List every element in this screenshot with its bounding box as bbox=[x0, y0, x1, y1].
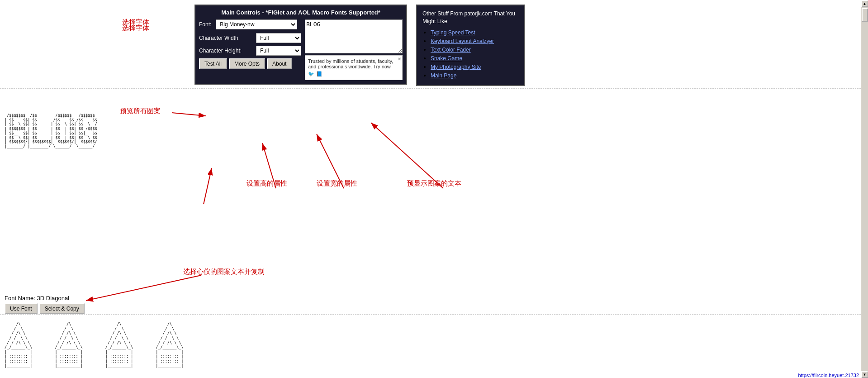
other-stuff-link-1[interactable]: Typing Speed Test bbox=[431, 29, 475, 36]
test-all-button[interactable]: Test All bbox=[199, 58, 227, 69]
annotation-height-prop: 设置高的属性 bbox=[247, 179, 287, 188]
other-stuff-list: Typing Speed Test Keyboard Layout Analzy… bbox=[422, 29, 518, 79]
char-height-row: Character Height: Full Fitted Smush bbox=[199, 46, 301, 56]
char-height-label: Character Height: bbox=[199, 48, 253, 54]
char-width-row: Character Width: Full Fitted Smush bbox=[199, 33, 301, 43]
other-stuff-link-3[interactable]: Text Color Fader bbox=[431, 47, 471, 53]
other-stuff-panel: Other Stuff From patorjk.com That You Mi… bbox=[416, 5, 525, 86]
annotation-select-copy: 选择心仪的图案文本并复制 bbox=[183, 268, 265, 276]
ad-close-icon[interactable]: ✕ bbox=[398, 57, 401, 62]
svg-line-6 bbox=[86, 275, 201, 301]
ascii-triangle-4: /\ / \ / /\ \ / / \ \ / / /\ \ \ /_/____… bbox=[156, 322, 183, 368]
svg-line-1 bbox=[172, 113, 206, 116]
text-input[interactable]: BLOG bbox=[305, 19, 403, 53]
svg-line-5 bbox=[371, 123, 443, 188]
more-opts-button[interactable]: More Opts bbox=[229, 58, 265, 69]
main-controls-panel: Main Controls - *FIGlet and AOL Macro Fo… bbox=[194, 5, 407, 85]
scrollbar[interactable]: ▲ ▼ bbox=[861, 0, 868, 378]
ascii-triangle-1: /\ / \ / /\ \ / / \ \ / / /\ \ \ /_/____… bbox=[5, 322, 32, 368]
char-width-select[interactable]: Full Fitted Smush bbox=[256, 33, 301, 43]
controls-body: Font: Big Money-nw Character Width: Full… bbox=[199, 19, 403, 80]
controls-left: Font: Big Money-nw Character Width: Full… bbox=[199, 19, 301, 80]
font-row: Font: Big Money-nw bbox=[199, 19, 301, 29]
annotation-width-prop: 设置宽的属性 bbox=[317, 179, 357, 188]
url-bar: https://flircoin.heyuet.21732 bbox=[798, 373, 859, 378]
font-label: Font: bbox=[199, 21, 211, 28]
char-height-select[interactable]: Full Fitted Smush bbox=[256, 46, 301, 56]
ascii-art-section2: /\ / \ / /\ \ / / \ \ / / /\ \ \ /_/____… bbox=[5, 322, 184, 368]
ascii-triangle-3: /\ / \ / /\ \ / / \ \ / / /\ \ \ /_/____… bbox=[105, 322, 133, 368]
other-stuff-link-6[interactable]: Main Page bbox=[431, 72, 456, 79]
scroll-down-button[interactable]: ▼ bbox=[861, 371, 868, 378]
main-controls-title: Main Controls - *FIGlet and AOL Macro Fo… bbox=[199, 9, 403, 16]
about-button[interactable]: About bbox=[267, 58, 292, 69]
ad-overlay: Trusted by millions of students, faculty… bbox=[305, 55, 403, 80]
other-stuff-title: Other Stuff From patorjk.com That You Mi… bbox=[422, 10, 518, 25]
ascii-display-area: 预览所有图案 设置高的属性 设置宽的属性 预显示图案的文本 选择心仪的图案文本并… bbox=[0, 89, 861, 315]
ad-link-x[interactable]: 🐦 bbox=[308, 71, 314, 77]
ascii-art-main: /$$$$$$$ /$$ /$$$$$$ /$$$$$$ | $$__ $$| … bbox=[5, 109, 97, 153]
font-select[interactable]: Big Money-nw bbox=[216, 19, 297, 29]
section-divider bbox=[0, 314, 861, 315]
ascii-triangle-2: /\ / \ / /\ \ / / \ \ / / /\ \ \ /_/____… bbox=[55, 322, 82, 368]
font-action-buttons: Use Font Select & Copy bbox=[5, 303, 85, 314]
use-font-button[interactable]: Use Font bbox=[5, 303, 38, 314]
page-wrapper: 选择字体 Main Controls - *FIGlet and AOL Mac… bbox=[0, 0, 861, 378]
scroll-thumb[interactable] bbox=[862, 8, 868, 22]
ad-link-fb[interactable]: 📘 bbox=[316, 71, 323, 77]
other-stuff-link-4[interactable]: Snake Game bbox=[431, 55, 462, 62]
char-width-label: Character Width: bbox=[199, 35, 253, 41]
label-font-select-top: 选择字体 bbox=[122, 24, 149, 33]
ad-text: Trusted by millions of students, faculty… bbox=[308, 58, 393, 69]
font-name-label: Font Name: 3D Diagonal bbox=[5, 295, 85, 301]
font-name-section: Font Name: 3D Diagonal Use Font Select &… bbox=[5, 295, 85, 314]
annotation-preview-all: 预览所有图案 bbox=[120, 107, 161, 115]
annotation-display-text: 预显示图案的文本 bbox=[407, 179, 461, 188]
text-input-area: BLOG Trusted by millions of students, fa… bbox=[305, 19, 403, 80]
select-copy-button[interactable]: Select & Copy bbox=[39, 303, 85, 314]
other-stuff-link-2[interactable]: Keyboard Layout Analzyer bbox=[431, 38, 494, 44]
top-area: 选择字体 Main Controls - *FIGlet and AOL Mac… bbox=[0, 0, 861, 88]
scroll-up-button[interactable]: ▲ bbox=[861, 0, 868, 7]
other-stuff-link-5[interactable]: My Photography Site bbox=[431, 64, 481, 70]
buttons-row: Test All More Opts About bbox=[199, 58, 301, 69]
svg-line-2 bbox=[204, 168, 212, 204]
